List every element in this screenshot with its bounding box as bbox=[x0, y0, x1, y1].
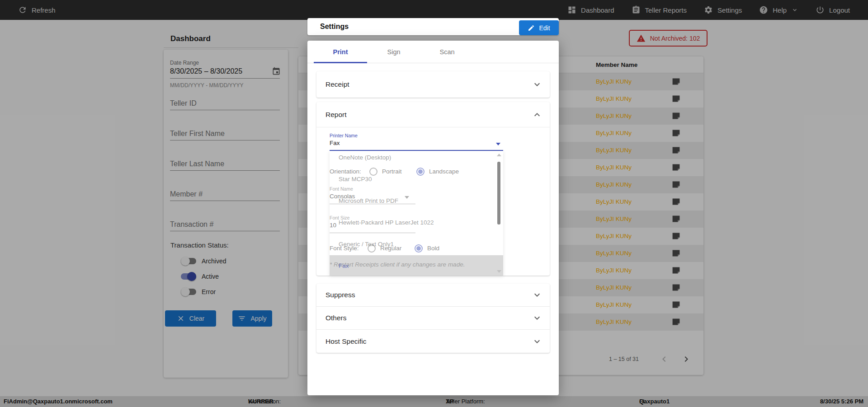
section-host-specific-label: Host Specific bbox=[326, 337, 366, 346]
printer-name-label: Printer Name bbox=[330, 133, 358, 138]
settings-tabs: Print Sign Scan bbox=[307, 41, 559, 63]
section-suppress-label: Suppress bbox=[326, 291, 355, 299]
printer-option[interactable]: Fax bbox=[330, 255, 503, 276]
section-receipt[interactable]: Receipt bbox=[316, 71, 550, 98]
section-host-specific[interactable]: Host Specific bbox=[316, 330, 550, 353]
scroll-up-icon[interactable] bbox=[497, 154, 501, 156]
tab-scan-label: Scan bbox=[439, 48, 454, 56]
tab-print[interactable]: Print bbox=[314, 41, 367, 63]
printer-option[interactable]: OneNote (Desktop) bbox=[330, 151, 503, 168]
section-others-label: Others bbox=[326, 314, 347, 322]
printer-name-select[interactable]: Printer Name Fax bbox=[330, 133, 503, 151]
section-report-label: Report bbox=[326, 111, 347, 119]
section-others[interactable]: Others bbox=[316, 307, 550, 330]
chevron-up-icon bbox=[532, 109, 542, 120]
section-suppress[interactable]: Suppress bbox=[316, 284, 550, 307]
section-receipt-label: Receipt bbox=[326, 80, 349, 89]
collapsed-sections: Suppress Others Host Specific bbox=[316, 284, 550, 353]
settings-modal-header: Settings Edit bbox=[307, 18, 559, 35]
printer-option[interactable]: Generic / Text Only1 bbox=[330, 234, 503, 255]
chevron-down-icon bbox=[532, 79, 542, 90]
tab-sign[interactable]: Sign bbox=[367, 41, 420, 63]
section-report: Report Printer Name Fax Orientation: Por… bbox=[316, 102, 550, 276]
settings-modal-body: Print Sign Scan Receipt Report Printer N… bbox=[307, 41, 559, 395]
chevron-down-icon bbox=[532, 290, 542, 300]
tab-print-label: Print bbox=[333, 48, 348, 56]
printer-option[interactable]: Star MCP30 bbox=[330, 168, 503, 190]
scrollbar-thumb[interactable] bbox=[497, 162, 500, 225]
pencil-icon bbox=[528, 24, 535, 32]
select-caret-icon bbox=[496, 143, 500, 145]
printer-option[interactable]: Microsoft Print to PDF bbox=[330, 190, 503, 212]
tab-scan[interactable]: Scan bbox=[420, 41, 474, 63]
dropdown-scrollbar[interactable] bbox=[496, 151, 502, 276]
printer-name-value: Fax bbox=[330, 140, 340, 146]
section-report-header[interactable]: Report bbox=[316, 102, 550, 127]
chevron-down-icon bbox=[532, 336, 542, 347]
edit-button-label: Edit bbox=[539, 24, 550, 32]
printer-option[interactable]: Hewlett-Packard HP LaserJet 1022 bbox=[330, 212, 503, 234]
settings-modal: Settings Edit Print Sign Scan Receipt Re… bbox=[307, 18, 559, 395]
tab-sign-label: Sign bbox=[387, 48, 400, 56]
scroll-down-icon[interactable] bbox=[497, 270, 501, 273]
edit-button[interactable]: Edit bbox=[519, 20, 559, 35]
chevron-down-icon bbox=[532, 313, 542, 323]
modal-title: Settings bbox=[320, 18, 349, 35]
printer-dropdown-list: OneNote (Desktop)Star MCP30Microsoft Pri… bbox=[330, 151, 503, 276]
